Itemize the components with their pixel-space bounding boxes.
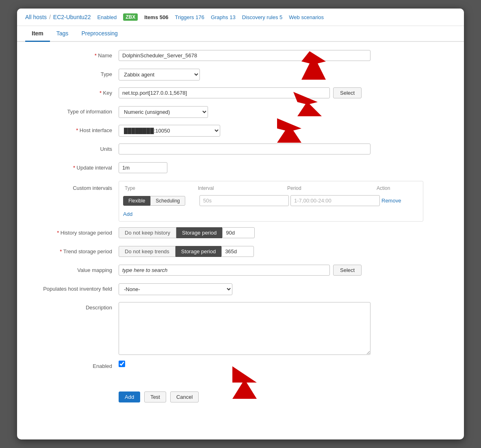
custom-intervals-row: Custom intervals Type Interval Period Ac… <box>29 181 452 222</box>
custom-intervals-label: Custom intervals <box>29 181 119 191</box>
units-control <box>119 144 452 154</box>
discovery-nav-link[interactable]: Discovery rules 5 <box>242 14 283 20</box>
history-storage-group: Do not keep history Storage period <box>119 227 255 238</box>
trend-storage-btn[interactable]: Storage period <box>176 246 221 257</box>
triggers-nav-link[interactable]: Triggers 176 <box>175 14 204 20</box>
enabled-label: Enabled <box>29 361 119 369</box>
type-info-select[interactable]: Numeric (unsigned) <box>119 106 208 118</box>
key-select-button[interactable]: Select <box>333 87 362 98</box>
update-interval-label: Update interval <box>29 162 119 171</box>
key-input[interactable] <box>119 87 330 98</box>
web-nav-link[interactable]: Web scenarios <box>289 14 324 20</box>
trend-do-not-btn[interactable]: Do not keep trends <box>119 246 176 257</box>
description-label: Description <box>29 302 119 311</box>
key-row: Key Select <box>29 87 452 100</box>
ci-type-header: Type <box>125 185 198 191</box>
history-label: History storage period <box>29 227 119 236</box>
history-do-not-btn[interactable]: Do not keep history <box>119 227 176 238</box>
interval-input[interactable] <box>199 195 289 206</box>
units-row: Units <box>29 144 452 157</box>
update-interval-row: Update interval <box>29 162 452 175</box>
key-label: Key <box>29 87 119 96</box>
top-bar: All hosts / EC2-Ubuntu22 Enabled ZBX Ite… <box>17 9 464 26</box>
tab-item[interactable]: Item <box>25 26 50 42</box>
inventory-control: -None- <box>119 283 452 295</box>
name-control <box>119 50 452 61</box>
type-info-control: Numeric (unsigned) <box>119 106 452 118</box>
all-hosts-link[interactable]: All hosts <box>25 14 47 20</box>
ci-interval-header: Interval <box>198 185 287 191</box>
status-enabled: Enabled <box>97 14 117 20</box>
host-name-link[interactable]: EC2-Ubuntu22 <box>53 14 91 20</box>
description-control <box>119 302 452 355</box>
add-interval-wrap: Add <box>123 208 419 217</box>
intervals-box: Type Interval Period Action Flexible Sch… <box>119 181 423 222</box>
type-control: Zabbix agent <box>119 69 452 80</box>
history-control: Do not keep history Storage period <box>119 227 452 238</box>
name-input[interactable] <box>119 50 370 61</box>
history-storage-btn[interactable]: Storage period <box>176 227 222 238</box>
intervals-header: Type Interval Period Action <box>123 185 419 194</box>
items-nav-link[interactable]: Items 506 <box>144 14 168 20</box>
value-mapping-label: Value mapping <box>29 265 119 273</box>
tab-tags[interactable]: Tags <box>50 26 75 42</box>
type-info-label: Type of information <box>29 106 119 115</box>
value-mapping-row: Value mapping Select <box>29 265 452 278</box>
host-interface-select[interactable]: ████████:10050 <box>119 125 220 137</box>
custom-intervals-control: Type Interval Period Action Flexible Sch… <box>119 181 452 222</box>
breadcrumb: All hosts / EC2-Ubuntu22 <box>25 14 91 20</box>
enabled-row: Enabled <box>29 361 452 374</box>
tabs-bar: Item Tags Preprocessing <box>17 26 464 42</box>
ci-action-header: Action <box>377 185 409 191</box>
enabled-control <box>119 361 452 367</box>
ci-period-header: Period <box>287 185 377 191</box>
interval-type-toggle: Flexible Scheduling <box>123 196 196 206</box>
description-textarea[interactable] <box>119 302 370 355</box>
trend-label: Trend storage period <box>29 246 119 254</box>
trend-row: Trend storage period Do not keep trends … <box>29 246 452 259</box>
scheduling-btn[interactable]: Scheduling <box>150 196 185 206</box>
update-interval-input[interactable] <box>119 162 167 173</box>
history-value-input[interactable] <box>222 227 255 238</box>
remove-link[interactable]: Remove <box>381 198 412 204</box>
enabled-checkbox[interactable] <box>119 361 125 367</box>
host-interface-row: Host interface ████████:10050 <box>29 125 452 138</box>
value-mapping-select-button[interactable]: Select <box>333 265 362 276</box>
test-button[interactable]: Test <box>144 391 166 402</box>
key-control: Select <box>119 87 452 98</box>
trend-storage-group: Do not keep trends Storage period <box>119 246 254 257</box>
breadcrumb-sep: / <box>49 14 51 20</box>
description-row: Description <box>29 302 452 355</box>
main-window: All hosts / EC2-Ubuntu22 Enabled ZBX Ite… <box>17 9 464 439</box>
history-row: History storage period Do not keep histo… <box>29 227 452 240</box>
host-interface-control: ████████:10050 <box>119 125 452 137</box>
intervals-row-1: Flexible Scheduling Remove <box>123 194 419 208</box>
value-mapping-control: Select <box>119 265 452 276</box>
units-input[interactable] <box>119 144 370 154</box>
add-button[interactable]: Add <box>119 391 140 402</box>
trend-value-input[interactable] <box>221 246 254 257</box>
enabled-checkbox-wrap <box>119 361 125 367</box>
form-area: Name Type Zabbix agent Key Select <box>17 42 464 387</box>
type-select[interactable]: Zabbix agent <box>119 69 200 80</box>
inventory-label: Populates host inventory field <box>29 283 119 292</box>
host-interface-label: Host interface <box>29 125 119 133</box>
inventory-row: Populates host inventory field -None- <box>29 283 452 296</box>
name-row: Name <box>29 50 452 63</box>
cancel-button[interactable]: Cancel <box>170 391 199 402</box>
tab-preprocessing[interactable]: Preprocessing <box>75 26 124 42</box>
zbx-badge: ZBX <box>123 13 138 21</box>
type-label: Type <box>29 69 119 77</box>
update-interval-control <box>119 162 452 173</box>
type-row: Type Zabbix agent <box>29 69 452 82</box>
action-buttons: Add Test Cancel <box>29 387 464 411</box>
watermark: @61CTOI® <box>436 431 459 436</box>
flexible-btn[interactable]: Flexible <box>123 196 150 206</box>
value-mapping-input[interactable] <box>119 265 330 276</box>
inventory-select[interactable]: -None- <box>119 283 232 295</box>
period-input[interactable] <box>290 195 380 206</box>
graphs-nav-link[interactable]: Graphs 13 <box>211 14 236 20</box>
name-label: Name <box>29 50 119 59</box>
trend-control: Do not keep trends Storage period <box>119 246 452 257</box>
add-interval-link[interactable]: Add <box>123 211 132 217</box>
